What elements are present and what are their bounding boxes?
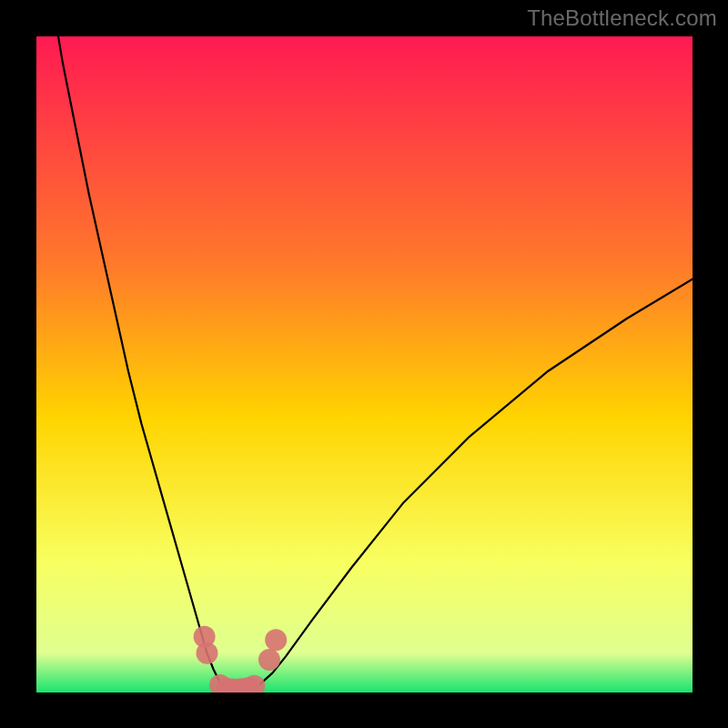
curve-marker [265, 629, 287, 651]
bottleneck-curve [36, 36, 693, 689]
plot-area [36, 36, 693, 693]
curve-marker [258, 649, 280, 671]
marker-layer [194, 626, 288, 693]
chart-frame: TheBottleneck.com [0, 0, 728, 728]
watermark-text: TheBottleneck.com [527, 5, 717, 31]
curve-marker [196, 642, 217, 664]
curve-layer [36, 36, 693, 693]
